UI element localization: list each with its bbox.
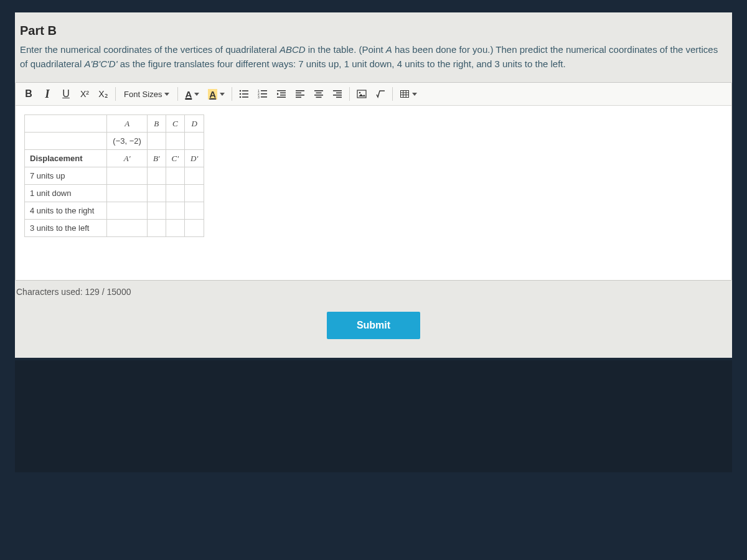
highlight-color-button[interactable]: A [204,85,229,103]
align-right-button[interactable] [328,85,347,103]
square-root-icon [375,89,385,99]
toolbar-separator [232,87,232,101]
insert-equation-button[interactable] [371,85,390,103]
table-cell[interactable] [185,133,204,150]
bold-button[interactable]: B [19,85,38,103]
insert-image-button[interactable] [352,85,371,103]
displacement-header[interactable]: Displacement [25,150,107,167]
table-cell[interactable] [166,133,184,150]
col-header-a[interactable]: A [107,115,148,133]
svg-rect-3 [242,93,248,95]
superscript-button[interactable]: X² [75,85,94,103]
svg-rect-7 [261,90,267,91]
toolbar-separator [349,87,350,101]
svg-point-30 [359,92,361,94]
table-row: Displacement A' B' C' D' [25,150,204,167]
character-counter: Characters used: 129 / 15000 [15,281,732,308]
svg-rect-15 [277,97,286,98]
indent-button[interactable] [272,85,291,103]
submit-button[interactable]: Submit [327,312,420,339]
table-cell[interactable] [147,202,166,220]
part-title: Part B [15,12,732,43]
svg-rect-25 [333,90,342,91]
svg-rect-22 [316,93,322,94]
align-center-icon [314,89,324,99]
svg-rect-13 [280,93,286,94]
row-label[interactable]: 4 units to the right [25,202,107,220]
svg-point-4 [240,96,242,98]
col-header-d[interactable]: D [185,115,204,133]
svg-rect-1 [242,90,248,91]
table-cell[interactable] [107,185,148,202]
italic-button[interactable]: I [38,85,57,103]
table-cell[interactable] [25,133,107,150]
svg-point-2 [240,93,242,95]
row-label[interactable]: 1 unit down [25,185,107,202]
row-label[interactable]: 3 units to the left [25,220,107,237]
insert-table-button[interactable] [395,85,421,103]
numbered-list-icon: 123 [258,89,268,99]
table-row: 1 unit down [25,185,204,202]
row-label[interactable]: 7 units up [25,167,107,185]
toolbar-separator [177,87,178,101]
svg-marker-31 [359,94,365,96]
table-cell[interactable] [166,167,184,185]
table-cell[interactable] [107,167,148,185]
col-header-b[interactable]: B [147,115,166,133]
table-row: 7 units up [25,167,204,185]
svg-point-0 [240,90,242,92]
toolbar-separator [392,87,393,101]
svg-rect-21 [314,90,323,91]
table-cell[interactable] [185,185,204,202]
font-size-dropdown[interactable]: Font Sizes [118,85,175,103]
char-counter-label: Characters used: [16,287,85,297]
table-cell[interactable] [107,202,148,220]
table-cell[interactable] [147,133,166,150]
svg-marker-16 [277,93,279,95]
svg-rect-18 [296,93,301,94]
question-container: Part B Enter the numerical coordinates o… [15,12,732,358]
svg-rect-20 [296,97,301,98]
table-cell[interactable] [147,185,166,202]
table-cell[interactable] [147,167,166,185]
svg-rect-14 [280,95,286,96]
table-cell[interactable] [185,202,204,220]
col-header-b-prime[interactable]: B' [147,150,166,167]
col-header-c[interactable]: C [166,115,184,133]
instruction-text: Enter the numerical coordinates of the v… [15,43,732,78]
editor-content-area[interactable]: A B C D (−3, −2) Displacement A' B' C' [16,106,731,280]
svg-rect-17 [296,90,304,91]
col-header-d-prime[interactable]: D' [185,150,204,167]
svg-rect-27 [333,95,342,96]
align-center-button[interactable] [309,85,328,103]
underline-button[interactable]: U [57,85,75,103]
table-cell[interactable] [147,220,166,237]
svg-rect-32 [401,91,409,98]
chevron-down-icon [220,93,225,96]
submit-row: Submit [15,308,732,358]
col-header-a-prime[interactable]: A' [107,150,148,167]
table-cell[interactable] [166,202,184,220]
chevron-down-icon [412,93,417,96]
svg-rect-26 [336,93,342,94]
bullet-list-icon [239,89,249,99]
table-cell[interactable] [185,167,204,185]
table-cell[interactable] [107,220,148,237]
align-left-button[interactable] [291,85,309,103]
table-cell[interactable] [25,115,107,133]
table-cell[interactable] [166,185,184,202]
svg-rect-12 [277,90,286,91]
indent-icon [276,89,286,99]
table-cell[interactable] [166,220,184,237]
char-counter-max: 15000 [107,287,131,297]
answer-table[interactable]: A B C D (−3, −2) Displacement A' B' C' [24,114,204,237]
page-footer-area [15,360,732,472]
table-cell[interactable] [185,220,204,237]
cell-a-given[interactable]: (−3, −2) [107,133,148,150]
bullet-list-button[interactable] [235,85,253,103]
col-header-c-prime[interactable]: C' [166,150,184,167]
toolbar-separator [115,87,116,101]
text-color-button[interactable]: A [181,85,204,103]
subscript-button[interactable]: X₂ [94,85,113,103]
numbered-list-button[interactable]: 123 [253,85,272,103]
